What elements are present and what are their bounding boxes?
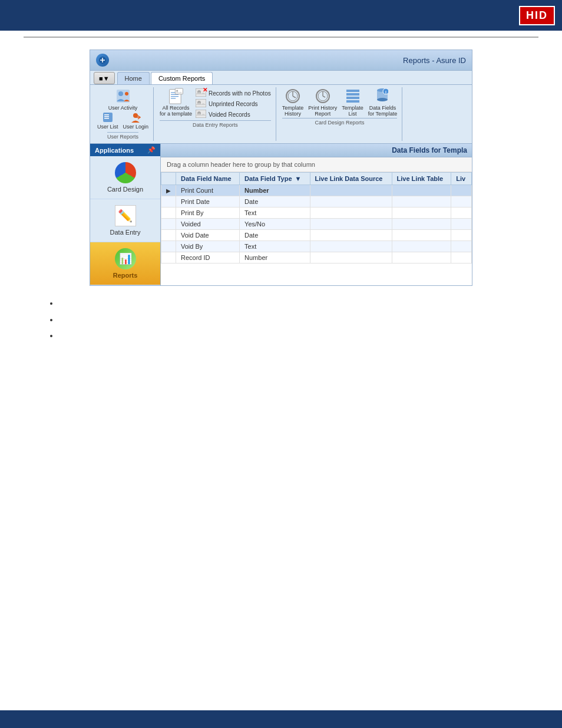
svg-text:i: i bbox=[385, 90, 386, 94]
print-history-report-label: Print History Report bbox=[308, 105, 337, 117]
bullet-list bbox=[24, 286, 538, 354]
table-row[interactable]: Print By Text bbox=[161, 207, 472, 219]
sidebar-title: Applications bbox=[95, 147, 134, 154]
col-field-type-filter-icon[interactable]: ▼ bbox=[295, 175, 302, 182]
row-live-table bbox=[392, 196, 451, 207]
voided-records-button[interactable]: Voided Records bbox=[196, 110, 271, 119]
voided-records-label: Voided Records bbox=[209, 111, 250, 118]
row-liv bbox=[451, 219, 472, 230]
row-field-type: Date bbox=[240, 196, 310, 207]
title-bar-icon bbox=[96, 54, 109, 67]
bullet-item-1 bbox=[59, 295, 503, 312]
sidebar-header: Applications 📌 bbox=[90, 144, 160, 156]
user-login-icon bbox=[130, 112, 141, 123]
footer-bar bbox=[0, 710, 562, 728]
all-records-button[interactable]: All Records for a template bbox=[160, 88, 192, 117]
row-field-type: Yes/No bbox=[240, 219, 310, 230]
user-login-button[interactable]: User Login bbox=[123, 112, 149, 130]
header-bar: HID bbox=[0, 0, 562, 31]
ribbon: User Activity User List bbox=[90, 85, 472, 144]
row-arrow bbox=[161, 230, 176, 241]
row-field-name: Voided bbox=[176, 219, 240, 230]
template-list-button[interactable]: Template List bbox=[342, 88, 363, 117]
table-row[interactable]: Print Date Date bbox=[161, 196, 472, 207]
svg-rect-4 bbox=[103, 113, 113, 122]
row-field-name: Record ID bbox=[176, 252, 240, 263]
svg-rect-14 bbox=[171, 98, 176, 98]
row-liv bbox=[451, 230, 472, 241]
row-live-table bbox=[392, 185, 451, 196]
col-live-link-source[interactable]: Live Link Data Source bbox=[310, 173, 392, 185]
sidebar-item-reports[interactable]: 📊 Reports bbox=[90, 242, 160, 285]
row-liv bbox=[451, 196, 472, 207]
app-window: Reports - Asure ID ■▼ Home Custom Report… bbox=[90, 50, 472, 286]
panel-title: Data Fields for Templa bbox=[161, 144, 472, 157]
svg-rect-34 bbox=[346, 100, 359, 103]
table-row[interactable]: ▶ Print Count Number bbox=[161, 185, 472, 196]
row-field-name: Void Date bbox=[176, 230, 240, 241]
data-entry-top: All Records for a template ✕ bbox=[160, 88, 271, 119]
col-field-type[interactable]: Data Field Type ▼ bbox=[240, 173, 310, 185]
template-history-button[interactable]: Template History bbox=[282, 88, 304, 117]
unprinted-records-label: Unprinted Records bbox=[209, 101, 257, 107]
sidebar-pin-icon[interactable]: 📌 bbox=[147, 146, 156, 154]
data-entry-label: Data Entry bbox=[110, 229, 141, 236]
no-photos-x-icon: ✕ bbox=[203, 87, 207, 93]
user-list-icon bbox=[103, 112, 113, 123]
col-arrow bbox=[161, 173, 176, 185]
data-table: Data Field Name Data Field Type ▼ Live L… bbox=[161, 172, 472, 263]
user-list-label: User List bbox=[97, 124, 118, 130]
table-row[interactable]: Void Date Date bbox=[161, 230, 472, 241]
row-field-type: Date bbox=[240, 230, 310, 241]
records-no-photos-label: Records with no Photos bbox=[209, 90, 271, 97]
sidebar-item-data-entry[interactable]: ✏️ Data Entry bbox=[90, 199, 160, 242]
reports-icon: 📊 bbox=[115, 248, 136, 269]
title-bar: Reports - Asure ID bbox=[90, 50, 472, 71]
row-field-type: Number bbox=[240, 185, 310, 196]
divider bbox=[24, 37, 538, 38]
voided-records-icon bbox=[196, 110, 206, 119]
app-menu-button[interactable]: ■▼ bbox=[94, 72, 115, 84]
col-field-name[interactable]: Data Field Name bbox=[176, 173, 240, 185]
svg-rect-31 bbox=[346, 90, 359, 92]
row-live-table bbox=[392, 219, 451, 230]
col-liv[interactable]: Liv bbox=[451, 173, 472, 185]
svg-rect-33 bbox=[346, 97, 359, 99]
row-live-source bbox=[310, 219, 392, 230]
table-row[interactable]: Record ID Number bbox=[161, 252, 472, 263]
row-field-type: Number bbox=[240, 252, 310, 263]
sidebar-item-card-design[interactable]: Card Design bbox=[90, 156, 160, 199]
print-history-report-icon bbox=[315, 88, 330, 104]
template-list-label: Template List bbox=[342, 105, 363, 117]
template-list-icon bbox=[345, 88, 361, 104]
user-list-button[interactable]: User List bbox=[97, 112, 118, 130]
ribbon-tabs: ■▼ Home Custom Reports bbox=[90, 71, 472, 85]
drag-hint: Drag a column header here to group by th… bbox=[161, 157, 472, 172]
tab-custom-reports[interactable]: Custom Reports bbox=[151, 72, 213, 84]
tab-home[interactable]: Home bbox=[117, 72, 150, 84]
svg-point-37 bbox=[377, 98, 388, 101]
row-field-name: Print Date bbox=[176, 196, 240, 207]
user-activity-button[interactable]: User Activity bbox=[108, 88, 138, 111]
data-fields-template-button[interactable]: i Data Fields for Template bbox=[368, 88, 397, 117]
unprinted-records-button[interactable]: Unprinted Records bbox=[196, 99, 271, 108]
print-history-report-button[interactable]: Print History Report bbox=[308, 88, 337, 117]
data-fields-template-icon: i bbox=[375, 88, 390, 104]
card-design-top: Template History Print History bbox=[282, 88, 397, 117]
template-history-icon bbox=[285, 88, 300, 104]
table-row[interactable]: Void By Text bbox=[161, 241, 472, 252]
records-no-photos-button[interactable]: ✕ Records with no Photos bbox=[196, 88, 271, 98]
svg-line-30 bbox=[323, 96, 325, 97]
card-design-label: Card Design bbox=[107, 186, 143, 193]
template-history-label: Template History bbox=[282, 105, 304, 117]
svg-rect-32 bbox=[346, 93, 359, 95]
app-body: Applications 📌 Card Design ✏️ Data Entry… bbox=[90, 144, 472, 285]
row-arrow bbox=[161, 196, 176, 207]
row-field-name: Void By bbox=[176, 241, 240, 252]
row-arrow bbox=[161, 252, 176, 263]
table-row[interactable]: Voided Yes/No bbox=[161, 219, 472, 230]
col-live-link-table[interactable]: Live Link Table bbox=[392, 173, 451, 185]
user-login-label: User Login bbox=[123, 124, 149, 130]
row-field-type: Text bbox=[240, 241, 310, 252]
row-liv bbox=[451, 207, 472, 219]
